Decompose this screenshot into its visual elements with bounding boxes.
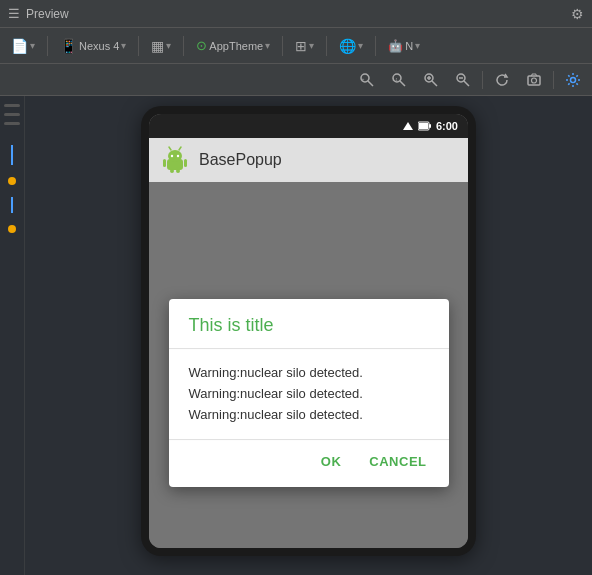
dialog-message-3: Warning:nuclear silo detected. [189, 405, 429, 426]
file-icon: 📄 [11, 38, 28, 54]
svg-rect-13 [528, 76, 540, 85]
device-selector-button[interactable]: 📱 Nexus 4 ▾ [55, 35, 131, 57]
toolbar-separator-4 [282, 36, 283, 56]
svg-rect-18 [419, 123, 428, 129]
sidebar-accent-bar [11, 145, 13, 165]
api-dropdown-arrow: ▾ [415, 40, 420, 51]
dialog-message-2: Warning:nuclear silo detected. [189, 384, 429, 405]
app-bar-title: BasePopup [199, 151, 282, 169]
svg-text:1:1: 1:1 [392, 76, 398, 81]
top-bar-right: ⚙ [571, 6, 584, 22]
zoom-100-button[interactable]: 1:1 [386, 69, 412, 91]
api-button[interactable]: 🤖 N ▾ [383, 36, 425, 56]
layout-dropdown-arrow: ▾ [166, 40, 171, 51]
toolbar-separator-3 [183, 36, 184, 56]
api-label: N [405, 40, 413, 52]
dialog-actions: OK CANCEL [169, 439, 449, 487]
toolbar-separator-5 [326, 36, 327, 56]
svg-text:+: + [362, 76, 365, 82]
toolbar2-separator-1 [482, 71, 483, 89]
refresh-button[interactable] [489, 69, 515, 91]
dialog-cancel-button[interactable]: CANCEL [359, 448, 436, 475]
zoom-to-fit-button[interactable]: + [354, 69, 380, 91]
toolbar2-settings-button[interactable] [560, 69, 586, 91]
app-content: This is title Warning:nuclear silo detec… [149, 182, 468, 548]
settings-icon [565, 72, 581, 88]
theme-dropdown-arrow: ▾ [265, 40, 270, 51]
sidebar-dot-1 [8, 177, 16, 185]
top-bar-left: ☰ Preview [8, 6, 69, 21]
device-dropdown-arrow: ▾ [121, 40, 126, 51]
layout-button[interactable]: ▦ ▾ [146, 35, 176, 57]
svg-point-14 [532, 78, 537, 83]
status-time: 6:00 [436, 120, 458, 132]
svg-line-4 [400, 81, 405, 86]
zoom-in-button[interactable] [418, 69, 444, 91]
new-file-button[interactable]: 📄 ▾ [6, 35, 40, 57]
device-icon: 📱 [60, 38, 77, 54]
alert-dialog: This is title Warning:nuclear silo detec… [169, 299, 449, 487]
svg-rect-27 [163, 159, 166, 167]
status-bar: 6:00 [149, 114, 468, 138]
svg-line-7 [432, 81, 437, 86]
phone-screen: 6:00 [149, 114, 468, 548]
zoom-100-icon: 1:1 [391, 72, 407, 88]
zoom-out-icon [455, 72, 471, 88]
android-api-icon: 🤖 [388, 39, 403, 53]
top-bar-title: Preview [26, 7, 69, 21]
dialog-message-1: Warning:nuclear silo detected. [189, 363, 429, 384]
locale-button[interactable]: 🌐 ▾ [334, 35, 368, 57]
toolbar2-separator-2 [553, 71, 554, 89]
layout-icon: ▦ [151, 38, 164, 54]
device-label: Nexus 4 [79, 40, 119, 52]
theme-button[interactable]: ⊙ AppTheme ▾ [191, 35, 275, 56]
svg-line-11 [464, 81, 469, 86]
screenshot-button[interactable] [521, 69, 547, 91]
camera-icon [526, 72, 542, 88]
orientation-button[interactable]: ⊞ ▾ [290, 35, 319, 57]
svg-rect-30 [176, 169, 180, 173]
theme-label: AppTheme [209, 40, 263, 52]
hamburger-icon[interactable]: ☰ [8, 6, 20, 21]
app-bar-android-icon [161, 146, 189, 174]
svg-point-23 [171, 155, 173, 157]
svg-point-22 [168, 150, 182, 162]
locale-dropdown-arrow: ▾ [358, 40, 363, 51]
svg-rect-28 [184, 159, 187, 167]
refresh-icon [494, 72, 510, 88]
toolbar-separator-2 [138, 36, 139, 56]
svg-rect-19 [429, 124, 431, 128]
zoom-fit-icon: + [359, 72, 375, 88]
battery-icon [418, 121, 432, 131]
sidebar-line-3 [4, 122, 20, 125]
svg-line-1 [368, 81, 373, 86]
main-area: 6:00 [0, 96, 592, 575]
main-toolbar: 📄 ▾ 📱 Nexus 4 ▾ ▦ ▾ ⊙ AppTheme ▾ ⊞ ▾ 🌐 ▾… [0, 28, 592, 64]
svg-point-15 [571, 77, 576, 82]
sidebar-line-2 [4, 113, 20, 116]
phone-mockup: 6:00 [141, 106, 476, 556]
globe-icon: 🌐 [339, 38, 356, 54]
theme-icon: ⊙ [196, 38, 207, 53]
preview-area: 6:00 [25, 96, 592, 575]
dialog-body: Warning:nuclear silo detected. Warning:n… [169, 349, 449, 439]
zoom-toolbar: + 1:1 [0, 64, 592, 96]
svg-point-24 [177, 155, 179, 157]
app-bar: BasePopup [149, 138, 468, 182]
svg-rect-29 [170, 169, 174, 173]
dialog-ok-button[interactable]: OK [311, 448, 352, 475]
orientation-dropdown-arrow: ▾ [309, 40, 314, 51]
zoom-out-button[interactable] [450, 69, 476, 91]
wifi-icon [402, 121, 414, 131]
sidebar-line-1 [4, 104, 20, 107]
left-sidebar [0, 96, 25, 575]
orientation-icon: ⊞ [295, 38, 307, 54]
file-dropdown-arrow: ▾ [30, 40, 35, 51]
zoom-in-icon [423, 72, 439, 88]
topbar-gear-icon[interactable]: ⚙ [571, 6, 584, 22]
top-bar: ☰ Preview ⚙ [0, 0, 592, 28]
toolbar-separator-6 [375, 36, 376, 56]
svg-marker-16 [403, 122, 413, 130]
toolbar-separator-1 [47, 36, 48, 56]
dialog-title: This is title [169, 299, 449, 349]
